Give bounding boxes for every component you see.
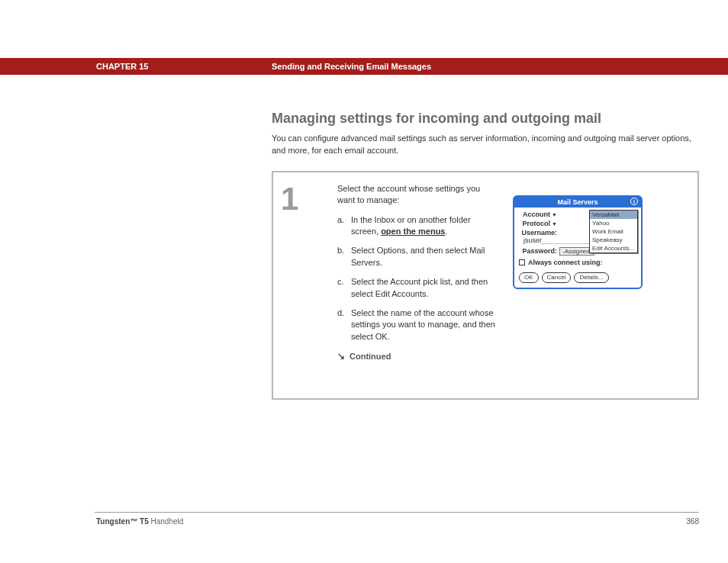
account-label-text: Account — [523, 211, 550, 218]
dropdown-option[interactable]: Yahoo — [590, 219, 637, 227]
dropdown-option-selected[interactable]: VersaMail — [590, 211, 637, 219]
cancel-button[interactable]: Cancel — [542, 272, 572, 283]
substep-a: a. In the Inbox or on another folder scr… — [337, 214, 498, 238]
dialog-titlebar: Mail Servers i — [514, 197, 641, 208]
open-menus-link[interactable]: open the menus — [381, 227, 445, 236]
page-footer: Tungsten™ T5 Handheld 368 — [96, 517, 699, 526]
always-connect-row: Always connect using: — [519, 259, 636, 266]
chapter-label: CHAPTER 15 — [96, 62, 148, 71]
dialog-body: Account▼ Protocol▼ Username: jsuser Pa — [514, 208, 641, 288]
step-lead: Select the account whose settings you wa… — [337, 183, 498, 207]
product-name-bold: Tungsten™ T5 — [96, 517, 149, 526]
dropdown-option[interactable]: Work Email — [590, 227, 637, 236]
password-label: Password: — [519, 247, 557, 255]
dropdown-option[interactable]: Speakeasy — [590, 236, 637, 244]
account-label: Account▼ — [519, 211, 557, 218]
ok-button[interactable]: OK — [519, 272, 539, 283]
protocol-label: Protocol▼ — [519, 220, 557, 227]
substep-letter: d. — [337, 307, 351, 343]
substep-body: Select the name of the account whose set… — [351, 307, 498, 343]
step-number-column: 1 — [273, 183, 337, 388]
dialog-button-row: OK Cancel Details... — [519, 272, 636, 283]
continued-indicator: ↘ Continued — [337, 350, 498, 363]
figure-column: Mail Servers i Account▼ Protocol▼ Userna… — [498, 183, 685, 388]
dropdown-option[interactable]: Edit Accounts... — [590, 244, 637, 253]
continued-arrow-icon: ↘ — [337, 350, 345, 363]
substep-body: In the Inbox or on another folder screen… — [351, 214, 498, 238]
dialog-title: Mail Servers — [557, 198, 598, 206]
details-button[interactable]: Details... — [574, 272, 608, 283]
main-content: Managing settings for incoming and outgo… — [272, 111, 699, 400]
substep-body: Select Options, and then select Mail Ser… — [351, 245, 498, 269]
footer-rule — [95, 512, 699, 513]
product-name-rest: Handheld — [149, 517, 184, 526]
substep-c: c. Select the Account pick list, and the… — [337, 276, 498, 300]
info-icon[interactable]: i — [630, 198, 638, 205]
chapter-title: Sending and Receiving Email Messages — [272, 62, 431, 71]
step-sub-list: a. In the Inbox or on another folder scr… — [337, 214, 498, 343]
dropdown-arrow-icon: ▼ — [552, 221, 557, 227]
dropdown-arrow-icon: ▼ — [552, 212, 557, 217]
always-connect-label: Always connect using: — [528, 259, 603, 266]
always-connect-checkbox[interactable] — [519, 259, 525, 265]
substep-letter: a. — [337, 214, 351, 238]
section-intro: You can configure advanced mail settings… — [272, 133, 699, 157]
protocol-label-text: Protocol — [523, 220, 551, 227]
username-value: jsuser — [523, 236, 542, 244]
step-text-column: Select the account whose settings you wa… — [337, 183, 498, 388]
product-name: Tungsten™ T5 Handheld — [96, 517, 183, 526]
substep-d: d. Select the name of the account whose … — [337, 307, 498, 343]
section-heading: Managing settings for incoming and outgo… — [272, 111, 699, 127]
substep-b: b. Select Options, and then select Mail … — [337, 245, 498, 269]
page-number: 368 — [686, 517, 699, 526]
step-number: 1 — [281, 183, 337, 215]
username-label: Username: — [519, 229, 557, 236]
chapter-header-bar: CHAPTER 15 Sending and Receiving Email M… — [0, 58, 728, 75]
substep-a-post: . — [445, 227, 447, 236]
substep-body: Select the Account pick list, and then s… — [351, 276, 498, 300]
account-dropdown[interactable]: VersaMail Yahoo Work Email Speakeasy Edi… — [589, 210, 638, 253]
substep-letter: c. — [337, 276, 351, 300]
step-box: 1 Select the account whose settings you … — [272, 171, 699, 400]
continued-label: Continued — [350, 351, 391, 362]
mail-servers-dialog: Mail Servers i Account▼ Protocol▼ Userna… — [513, 195, 643, 289]
substep-letter: b. — [337, 245, 351, 269]
